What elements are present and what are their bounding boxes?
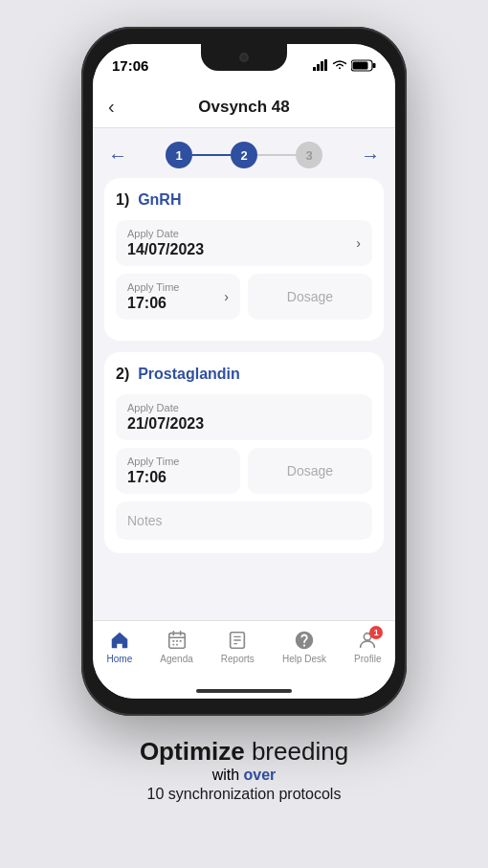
status-icons bbox=[313, 59, 376, 72]
gnrh-apply-date-value: 14/07/2023 bbox=[127, 241, 361, 258]
tab-helpdesk[interactable]: Help Desk bbox=[282, 629, 326, 664]
prostaglandin-apply-time-field[interactable]: Apply Time 17:06 bbox=[116, 448, 240, 494]
gnrh-apply-time-field[interactable]: Apply Time 17:06 › bbox=[116, 274, 240, 320]
battery-icon bbox=[351, 59, 376, 72]
svg-rect-11 bbox=[172, 640, 174, 642]
tab-bar: Home Agenda bbox=[93, 620, 395, 689]
tab-home[interactable]: Home bbox=[107, 629, 133, 664]
step-1[interactable]: 1 bbox=[166, 142, 192, 168]
step-line-1 bbox=[192, 154, 231, 156]
tab-agenda[interactable]: Agenda bbox=[160, 629, 192, 664]
tab-profile-label: Profile bbox=[354, 654, 381, 664]
step-prev-arrow[interactable]: ← bbox=[104, 145, 131, 167]
back-button[interactable]: ‹ bbox=[108, 96, 115, 118]
tab-reports-label: Reports bbox=[221, 654, 255, 664]
section-prostaglandin: 2) Prostaglandin Apply Date 21/07/2023 A… bbox=[104, 352, 384, 553]
bottom-breeding: breeding bbox=[245, 737, 348, 766]
notch-camera bbox=[239, 53, 249, 62]
step-track: 1 2 3 bbox=[131, 142, 357, 168]
gnrh-time-chevron: › bbox=[224, 289, 229, 304]
prostaglandin-apply-date-label: Apply Date bbox=[127, 402, 361, 413]
section-gnrh-title: 1) GnRH bbox=[116, 191, 372, 209]
svg-rect-6 bbox=[373, 63, 376, 68]
tab-helpdesk-label: Help Desk bbox=[282, 654, 326, 664]
step-2[interactable]: 2 bbox=[231, 142, 257, 168]
bottom-line2: with over bbox=[140, 767, 348, 784]
scroll-content: ← 1 2 3 → 1) GnRH Apply Date 14 bbox=[93, 128, 395, 620]
svg-rect-13 bbox=[179, 640, 181, 642]
gnrh-time-dosage-row: Apply Time 17:06 › Dosage bbox=[116, 274, 372, 327]
tab-agenda-label: Agenda bbox=[160, 654, 192, 664]
wifi-icon bbox=[332, 59, 347, 71]
svg-rect-12 bbox=[176, 640, 178, 642]
notes-field[interactable]: Notes bbox=[116, 501, 372, 540]
profile-icon: 1 bbox=[356, 629, 379, 652]
prostaglandin-time-dosage-row: Apply Time 17:06 Dosage bbox=[116, 448, 372, 501]
gnrh-apply-date-label: Apply Date bbox=[127, 228, 361, 239]
gnrh-dosage-field[interactable]: Dosage bbox=[248, 274, 372, 320]
step-next-arrow[interactable]: → bbox=[357, 145, 384, 167]
svg-rect-0 bbox=[313, 67, 316, 71]
bottom-over: over bbox=[244, 767, 277, 783]
prostaglandin-dosage-field[interactable]: Dosage bbox=[248, 448, 372, 494]
svg-rect-2 bbox=[321, 61, 323, 71]
gnrh-date-chevron: › bbox=[356, 235, 361, 251]
tab-reports[interactable]: Reports bbox=[221, 629, 255, 664]
home-bar bbox=[196, 689, 292, 693]
profile-badge: 1 bbox=[369, 626, 383, 639]
section-prostaglandin-title: 2) Prostaglandin bbox=[116, 366, 372, 383]
section-gnrh: 1) GnRH Apply Date 14/07/2023 › Apply Ti… bbox=[104, 178, 384, 341]
step-line-2 bbox=[257, 154, 296, 156]
home-icon bbox=[108, 629, 131, 652]
helpdesk-icon bbox=[293, 629, 316, 652]
bottom-line1: Optimize breeding bbox=[140, 737, 348, 767]
phone-shell: 17:06 bbox=[81, 27, 407, 716]
tab-profile[interactable]: 1 Profile bbox=[354, 629, 381, 664]
page-title: Ovsynch 48 bbox=[198, 98, 289, 117]
notes-label: Notes bbox=[127, 513, 163, 528]
prostaglandin-apply-date-field[interactable]: Apply Date 21/07/2023 bbox=[116, 394, 372, 440]
prostaglandin-apply-date-value: 21/07/2023 bbox=[127, 415, 361, 433]
bottom-optimize: Optimize bbox=[140, 737, 245, 766]
prostaglandin-dosage-label: Dosage bbox=[287, 463, 333, 479]
nav-header: ‹ Ovsynch 48 bbox=[93, 86, 395, 128]
svg-rect-3 bbox=[324, 59, 327, 71]
gnrh-apply-date-field[interactable]: Apply Date 14/07/2023 › bbox=[116, 220, 372, 266]
prostaglandin-apply-time-label: Apply Time bbox=[127, 456, 229, 467]
status-time: 17:06 bbox=[112, 57, 148, 74]
step-3[interactable]: 3 bbox=[296, 142, 322, 168]
bottom-text: Optimize breeding with over 10 synchroni… bbox=[140, 737, 348, 803]
notch bbox=[201, 44, 287, 71]
gnrh-apply-time-label: Apply Time bbox=[127, 281, 229, 293]
svg-rect-15 bbox=[176, 644, 178, 646]
home-indicator bbox=[93, 689, 395, 699]
prostaglandin-apply-time-value: 17:06 bbox=[127, 469, 229, 486]
svg-rect-14 bbox=[172, 644, 174, 646]
gnrh-apply-time-value: 17:06 bbox=[127, 295, 229, 312]
signal-icon bbox=[313, 59, 328, 71]
svg-rect-5 bbox=[353, 61, 368, 69]
status-bar: 17:06 bbox=[93, 44, 395, 86]
phone-screen: 17:06 bbox=[93, 44, 395, 699]
step-indicator: ← 1 2 3 → bbox=[104, 128, 384, 178]
reports-icon bbox=[226, 629, 249, 652]
bottom-with: with bbox=[212, 767, 244, 783]
svg-rect-1 bbox=[317, 64, 320, 71]
bottom-line3: 10 synchronization protocols bbox=[140, 786, 348, 803]
agenda-icon bbox=[166, 629, 189, 652]
gnrh-dosage-label: Dosage bbox=[287, 289, 333, 304]
tab-home-label: Home bbox=[107, 654, 133, 664]
